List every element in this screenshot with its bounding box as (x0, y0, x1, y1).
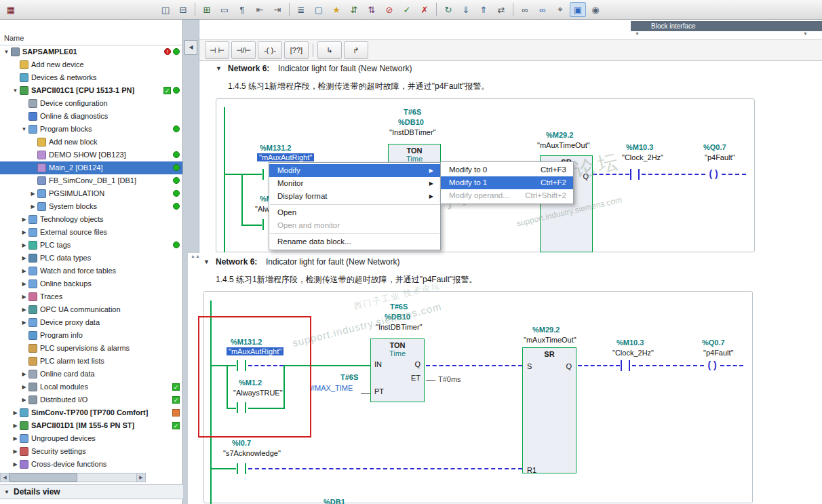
expand-arrow-icon[interactable]: ▶ (20, 226, 28, 239)
expand-arrow-icon[interactable]: ▶ (20, 252, 28, 265)
insert-network-icon[interactable]: ⊞ (199, 2, 215, 17)
menu-item-monitor[interactable]: Monitor▶ (269, 177, 440, 190)
expand-arrow-icon[interactable]: ▶ (20, 368, 28, 381)
fault-address-label[interactable]: %Q0.7 (703, 143, 726, 151)
tree-item-opc-ua-communication[interactable]: ▶OPC UA communication (0, 303, 182, 316)
network-comments-toggle-icon[interactable]: ▢ (311, 2, 327, 17)
menu-item-open[interactable]: Open (269, 206, 440, 219)
sr-address-label[interactable]: %M29.2 (532, 326, 560, 334)
status-on-icon[interactable]: ✓ (399, 2, 415, 17)
status-off-icon[interactable]: ✗ (416, 2, 433, 17)
tree-item-simconv-tp700-tp700-comfort[interactable]: ▶SimConv-TP700 [TP700 Comfort] (0, 406, 182, 419)
closed-contact-button[interactable]: ⊣/⊢ (231, 41, 256, 59)
scrollbar-track[interactable] (9, 473, 136, 482)
expand-arrow-icon[interactable]: ▶ (20, 277, 28, 290)
open-branch-button[interactable]: ↳ (317, 41, 342, 59)
clock-contact-symbol[interactable] (629, 169, 640, 180)
timer-db-address[interactable]: %DB10 (385, 313, 410, 321)
menu-item-modify-to-1[interactable]: Modify to 1Ctrl+F2 (441, 176, 573, 189)
expand-arrow-icon[interactable]: ▶ (12, 445, 19, 458)
tree-item-system-blocks[interactable]: ▶System blocks (0, 200, 182, 213)
sr-name-label[interactable]: "mAuxTimeOut" (537, 141, 590, 149)
tree-item-demo-show-ob123[interactable]: DEMO SHOW [OB123] (0, 149, 182, 161)
split-editor-space-icon[interactable]: ◫ (157, 2, 174, 17)
tree-item-sapcii01c1-cpu-1513-1-pn[interactable]: ▼SAPCII01C1 [CPU 1513-1 PN] (0, 84, 182, 97)
details-view-header[interactable]: Details view (0, 484, 183, 499)
memory-card-icon[interactable]: ▦ (3, 2, 19, 17)
sr-flipflop-block[interactable]: SR S Q R1 (522, 347, 576, 473)
menu-item-rename-data-block[interactable]: Rename data block... (269, 235, 440, 248)
scroll-left-icon[interactable] (1, 473, 9, 482)
empty-box-button[interactable]: [??] (284, 41, 309, 59)
tree-item-main-2-ob124[interactable]: Main_2 [OB124] (0, 161, 182, 174)
maux-address-label[interactable]: %M131.2 (260, 144, 291, 152)
clock-contact-symbol[interactable] (620, 360, 631, 371)
tree-item-distributed-i-o[interactable]: ▶Distributed I/O (0, 393, 182, 406)
expand-arrow-icon[interactable]: ▶ (29, 200, 37, 213)
sr-address-label[interactable]: %M29.2 (546, 131, 573, 139)
network-collapse-icon[interactable] (203, 258, 210, 265)
clear-setup-icon[interactable]: ⊘ (381, 2, 397, 17)
monitor-selected-icon[interactable]: ∞ (534, 2, 551, 17)
tree-item-devices-networks[interactable]: Devices & networks (0, 71, 182, 84)
download-icon[interactable]: ⇓ (458, 2, 474, 17)
compare-icon[interactable]: ⇄ (493, 2, 509, 17)
absolute-symbolic-toggle-icon[interactable]: ≣ (293, 2, 309, 17)
ack-name-label[interactable]: "s7Acknowledge" (223, 449, 281, 457)
fault-name-label[interactable]: "p4Fault" (705, 153, 735, 161)
timer-db-name[interactable]: "InstDBTimer" (389, 128, 436, 136)
menu-item-display-format[interactable]: Display format▶ (269, 190, 440, 203)
fault-name-label[interactable]: "p4Fault" (703, 349, 734, 357)
ack-contact-symbol[interactable] (236, 463, 247, 474)
close-branch-button[interactable]: ↱ (344, 41, 368, 59)
expand-arrow-icon[interactable]: ▼ (12, 84, 19, 97)
expand-arrow-icon[interactable]: ▶ (20, 265, 28, 277)
fault-coil-symbol[interactable] (705, 360, 720, 371)
fault-address-label[interactable]: %Q0.7 (702, 338, 725, 347)
ack-address-label[interactable]: %I0.7 (232, 439, 251, 447)
tree-item-external-source-files[interactable]: ▶External source files (0, 226, 182, 239)
split-editor-icon[interactable]: ⊟ (175, 2, 191, 17)
goto-previous-icon[interactable]: ⇤ (252, 2, 268, 17)
tree-item-ungrouped-devices[interactable]: ▶Ungrouped devices (0, 432, 182, 445)
tree-item-plc-data-types[interactable]: ▶PLC data types (0, 252, 182, 265)
tree-item-online-diagnostics[interactable]: Online & diagnostics (0, 110, 182, 123)
expand-arrow-icon[interactable]: ▶ (12, 406, 19, 419)
network-collapse-icon[interactable] (216, 65, 222, 72)
update-call-icon[interactable]: ↻ (440, 2, 456, 17)
maux-name-label[interactable]: "mAuxAutRight" (257, 153, 314, 161)
open-contact-button[interactable]: ⊣ ⊢ (205, 41, 229, 59)
expand-arrow-icon[interactable]: ▶ (12, 432, 19, 445)
timer-preset-label[interactable]: T#6S (404, 108, 421, 116)
clock-address-label[interactable]: %M10.3 (616, 338, 644, 347)
expand-arrow-icon[interactable]: ▶ (20, 213, 28, 226)
tree-item-sapsample01[interactable]: ▼SAPSAMPLE01 (0, 45, 182, 58)
tree-item-fb-simconv-db-1-db1[interactable]: FB_SimConv_DB_1 [DB1] (0, 174, 182, 187)
tree-item-device-proxy-data[interactable]: ▶Device proxy data (0, 316, 182, 329)
clock-address-label[interactable]: %M10.3 (626, 143, 653, 151)
tree-item-device-configuration[interactable]: Device configuration (0, 97, 182, 110)
tree-item-online-card-data[interactable]: ▶Online card data (0, 368, 182, 381)
tree-item-plc-tags[interactable]: ▶PLC tags (0, 239, 182, 252)
expand-arrow-icon[interactable]: ▶ (20, 303, 28, 316)
tree-item-local-modules[interactable]: ▶Local modules (0, 381, 182, 393)
expand-arrow-icon[interactable]: ▼ (3, 45, 10, 58)
expand-arrow-icon[interactable]: ▶ (20, 381, 28, 393)
tree-item-plc-alarm-text-lists[interactable]: PLC alarm text lists (0, 355, 182, 368)
timer-db-name[interactable]: "InstDBTimer" (376, 323, 423, 331)
timer-preset-label[interactable]: T#6S (390, 303, 408, 311)
tree-item-add-new-block[interactable]: Add new block (0, 136, 182, 149)
tree-item-watch-and-force-tables[interactable]: ▶Watch and force tables (0, 265, 182, 277)
snapshot-icon[interactable]: ◉ (587, 2, 604, 17)
call-environment-icon[interactable]: ⌖ (552, 2, 568, 17)
expand-arrow-icon[interactable]: ▶ (20, 393, 28, 406)
sr-name-label[interactable]: "mAuxTimeOut" (524, 336, 576, 344)
coil-button[interactable]: -( )- (258, 41, 282, 59)
expand-arrow-icon[interactable]: ▶ (29, 187, 37, 200)
timer-db-address[interactable]: %DB10 (398, 118, 424, 126)
tree-item-technology-objects[interactable]: ▶Technology objects (0, 213, 182, 226)
tree-item-security-settings[interactable]: ▶Security settings (0, 445, 182, 458)
tree-item-add-new-device[interactable]: Add new device (0, 58, 182, 71)
scroll-right-icon[interactable] (136, 473, 145, 482)
tree-item-pgsimulation[interactable]: ▶PGSIMULATION (0, 187, 182, 200)
